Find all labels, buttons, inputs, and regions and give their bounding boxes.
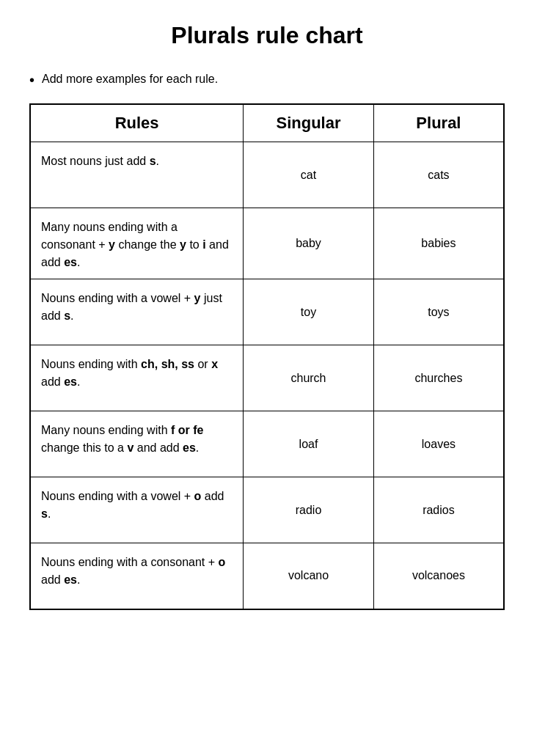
cell-singular-3: church xyxy=(244,345,374,411)
cell-rule-5: Nouns ending with a vowel + o add s. xyxy=(30,477,244,543)
table-row: Nouns ending with a vowel + y just add s… xyxy=(30,279,504,345)
table-row: Nouns ending with a consonant + o add es… xyxy=(30,543,504,609)
cell-rule-1: Many nouns ending with a consonant + y c… xyxy=(30,208,244,279)
instruction-text: Add more examples for each rule. xyxy=(42,71,218,87)
cell-plural-6: volcanoes xyxy=(373,543,504,609)
cell-singular-6: volcano xyxy=(244,543,374,609)
cell-plural-4: loaves xyxy=(373,411,504,477)
table-row: Nouns ending with ch, sh, ss or x add es… xyxy=(30,345,504,411)
page-title: Plurals rule chart xyxy=(29,22,505,49)
cell-rule-2: Nouns ending with a vowel + y just add s… xyxy=(30,279,244,345)
bullet-point: • xyxy=(29,71,34,89)
table-row: Nouns ending with a vowel + o add s.radi… xyxy=(30,477,504,543)
cell-rule-0: Most nouns just add s. xyxy=(30,142,244,208)
header-rules: Rules xyxy=(30,104,244,142)
cell-rule-3: Nouns ending with ch, sh, ss or x add es… xyxy=(30,345,244,411)
cell-singular-1: baby xyxy=(244,208,374,279)
cell-plural-1: babies xyxy=(373,208,504,279)
table-row: Many nouns ending with f or fe change th… xyxy=(30,411,504,477)
cell-singular-4: loaf xyxy=(244,411,374,477)
cell-singular-0: cat xyxy=(244,142,374,208)
cell-singular-5: radio xyxy=(244,477,374,543)
cell-plural-2: toys xyxy=(373,279,504,345)
cell-singular-2: toy xyxy=(244,279,374,345)
header-singular: Singular xyxy=(244,104,374,142)
cell-plural-0: cats xyxy=(373,142,504,208)
cell-rule-6: Nouns ending with a consonant + o add es… xyxy=(30,543,244,609)
instruction-line: • Add more examples for each rule. xyxy=(29,71,505,89)
table-row: Many nouns ending with a consonant + y c… xyxy=(30,208,504,279)
cell-plural-5: radios xyxy=(373,477,504,543)
table-row: Most nouns just add s.catcats xyxy=(30,142,504,208)
cell-plural-3: churches xyxy=(373,345,504,411)
header-plural: Plural xyxy=(373,104,504,142)
plurals-table: Rules Singular Plural Most nouns just ad… xyxy=(29,103,505,610)
table-header-row: Rules Singular Plural xyxy=(30,104,504,142)
cell-rule-4: Many nouns ending with f or fe change th… xyxy=(30,411,244,477)
